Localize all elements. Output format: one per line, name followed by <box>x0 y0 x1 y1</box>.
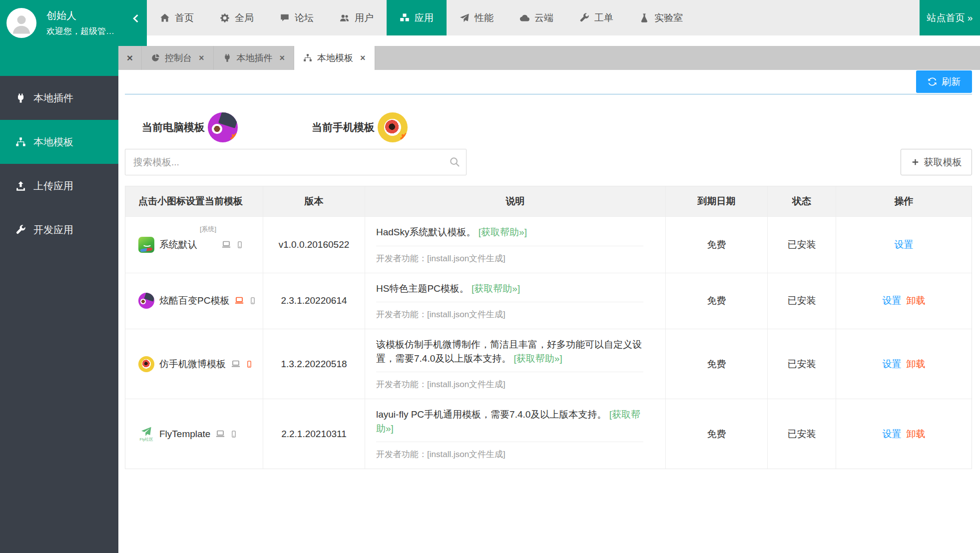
nav-label: 性能 <box>475 11 493 24</box>
upload-icon <box>15 181 26 191</box>
set-pc-template-icon[interactable] <box>234 296 244 305</box>
collapse-sidebar-button[interactable] <box>131 13 141 24</box>
plug-icon <box>15 93 26 103</box>
settings-link[interactable]: 设置 <box>883 358 902 371</box>
refresh-button[interactable]: 刷新 <box>916 70 972 93</box>
template-name: 系统默认 <box>159 238 197 251</box>
nav-item-home[interactable]: 首页 <box>147 0 207 35</box>
get-help-link[interactable]: [获取帮助»] <box>472 283 520 294</box>
get-help-link[interactable]: [获取帮助»] <box>514 353 562 364</box>
get-help-link[interactable]: [获取帮助»] <box>479 227 527 237</box>
sidebar-item-local-plugins[interactable]: 本地插件 <box>0 76 118 120</box>
set-mobile-template-icon[interactable] <box>230 429 237 439</box>
nav-item-lab[interactable]: 实验室 <box>626 0 696 35</box>
template-version: 2.3.1.20220614 <box>263 273 365 329</box>
set-mobile-template-icon[interactable] <box>236 240 243 250</box>
chevron-left-icon <box>134 15 137 22</box>
sidebar-item-upload-app[interactable]: 上传应用 <box>0 164 118 208</box>
cogs-icon <box>220 13 230 23</box>
expire-date: 免费 <box>665 329 767 399</box>
home-icon <box>160 13 170 23</box>
nav-label: 实验室 <box>654 11 683 24</box>
nav-label: 论坛 <box>295 11 314 24</box>
template-app-icon[interactable] <box>138 293 154 309</box>
tab-label: 本地插件 <box>237 52 273 64</box>
current-pc-template-icon[interactable] <box>208 112 238 142</box>
header-divider <box>147 35 980 46</box>
refresh-label: 刷新 <box>942 75 961 88</box>
install-status: 已安装 <box>767 217 836 273</box>
sidebar-item-local-templates[interactable]: 本地模板 <box>0 120 118 164</box>
nav-item-global[interactable]: 全局 <box>207 0 267 35</box>
current-mobile-template-label: 当前手机模板 <box>312 120 375 134</box>
table-header-row: 点击小图标设置当前模板 版本 说明 到期日期 状态 操作 <box>125 186 972 216</box>
template-app-icon[interactable] <box>138 237 154 253</box>
get-template-button[interactable]: 获取模板 <box>901 149 972 175</box>
table-row: Fly社区 FlyTemplate 2.2.1.20210311 layui-f… <box>125 399 972 469</box>
search-icon[interactable] <box>449 156 460 167</box>
cubes-icon <box>400 13 410 23</box>
uninstall-link[interactable]: 卸载 <box>907 294 926 307</box>
plug-icon <box>223 53 232 62</box>
set-pc-template-icon[interactable] <box>221 240 231 249</box>
uninstall-link[interactable]: 卸载 <box>907 358 926 371</box>
expire-date: 免费 <box>665 399 767 469</box>
refresh-icon <box>928 77 937 86</box>
sidebar-item-label: 本地模板 <box>33 135 73 149</box>
wrench-icon <box>15 225 26 235</box>
comment-icon <box>280 13 290 23</box>
table-row: 系统默认 [系统] v1.0.0.20160522 HadSky系统默认模板。 … <box>125 216 972 273</box>
set-pc-template-icon[interactable] <box>231 360 241 369</box>
sidebar-item-label: 本地插件 <box>33 91 73 105</box>
tab-local-templates[interactable]: 本地模板 × <box>294 46 375 70</box>
nav-item-apps[interactable]: 应用 <box>387 0 447 35</box>
sidebar-item-develop-app[interactable]: 开发应用 <box>0 208 118 252</box>
template-app-icon[interactable] <box>138 356 154 372</box>
nav-label: 用户 <box>355 11 374 24</box>
description-divider <box>376 246 643 246</box>
gear-badge-icon[interactable] <box>400 132 408 142</box>
settings-link[interactable]: 设置 <box>883 294 902 307</box>
nav-item-forum[interactable]: 论坛 <box>267 0 327 35</box>
close-icon[interactable]: × <box>360 53 366 63</box>
settings-link[interactable]: 设置 <box>895 238 914 251</box>
flask-icon <box>639 13 649 23</box>
template-description: 该模板仿制手机微博制作，简洁且丰富，好多功能可以自定义设置，需要7.4.0及以上… <box>376 339 642 364</box>
tab-local-plugins[interactable]: 本地插件 × <box>213 46 294 70</box>
current-pc-template-label: 当前电脑模板 <box>142 120 205 134</box>
nav-label: 首页 <box>175 11 194 24</box>
close-icon[interactable]: × <box>280 53 285 63</box>
avatar <box>6 8 36 38</box>
set-mobile-template-icon[interactable] <box>246 359 253 369</box>
nav-item-performance[interactable]: 性能 <box>447 0 506 35</box>
dashboard-icon <box>151 53 160 62</box>
nav-item-tickets[interactable]: 工单 <box>566 0 626 35</box>
nav-item-users[interactable]: 用户 <box>327 0 387 35</box>
settings-link[interactable]: 设置 <box>883 428 902 441</box>
sidebar-item-label: 开发应用 <box>33 223 73 237</box>
sidebar-top-cap <box>0 46 118 76</box>
cloud-icon <box>519 13 529 23</box>
gear-badge-icon[interactable] <box>230 132 238 142</box>
current-mobile-template-icon[interactable] <box>378 112 408 142</box>
user-name: 创始人 <box>46 10 114 20</box>
close-all-tabs-button[interactable]: × <box>118 46 141 70</box>
tab-console[interactable]: 控制台 × <box>141 46 213 70</box>
uninstall-link[interactable]: 卸载 <box>907 428 926 441</box>
site-home-button[interactable]: 站点首页 » <box>920 0 980 35</box>
set-mobile-template-icon[interactable] <box>249 296 256 306</box>
nav-item-cloud[interactable]: 云端 <box>506 0 566 35</box>
template-app-icon[interactable]: Fly社区 <box>138 426 154 442</box>
column-header: 点击小图标设置当前模板 <box>125 186 263 216</box>
welcome-text: 欢迎您，超级管… <box>46 27 114 35</box>
users-icon <box>340 13 350 23</box>
template-description: layui-fly PC手机通用模板，需要7.4.0及以上版本支持。 <box>376 409 606 420</box>
close-icon[interactable]: × <box>199 53 204 63</box>
table-row: 仿手机微博模板 1.3.2.20220518 该模板仿制手机微博制作，简洁且丰富… <box>125 329 972 399</box>
search-input[interactable] <box>125 149 467 175</box>
set-pc-template-icon[interactable] <box>215 430 225 439</box>
nav-label: 应用 <box>415 11 434 24</box>
get-template-label: 获取模板 <box>924 156 962 169</box>
install-status: 已安装 <box>767 399 836 469</box>
install-status: 已安装 <box>767 329 836 399</box>
